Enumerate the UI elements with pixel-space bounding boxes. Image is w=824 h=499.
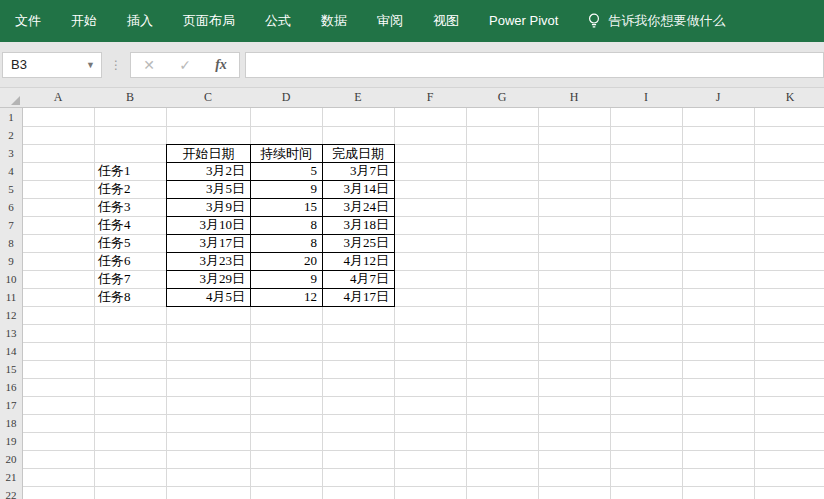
cell-C3[interactable]: 开始日期 <box>166 144 251 163</box>
cell-D6[interactable]: 15 <box>250 198 323 217</box>
ribbon-tab-bar: 文件开始插入页面布局公式数据审阅视图Power Pivot 告诉我你想要做什么 <box>0 0 824 42</box>
formula-bar: B3 ▼ ⋮ ✕ ✓ fx <box>0 42 824 88</box>
cancel-icon[interactable]: ✕ <box>143 57 155 73</box>
cell-E11[interactable]: 4月17日 <box>322 288 395 307</box>
cell-C7[interactable]: 3月10日 <box>166 216 251 235</box>
cell-D5[interactable]: 9 <box>250 180 323 199</box>
column-header-H[interactable]: H <box>538 88 611 108</box>
cell-E9[interactable]: 4月12日 <box>322 252 395 271</box>
row-header-22[interactable]: 22 <box>0 486 23 499</box>
row-header-21[interactable]: 21 <box>0 468 23 487</box>
column-header-C[interactable]: C <box>166 88 251 108</box>
cell-D4[interactable]: 5 <box>250 162 323 181</box>
ribbon-tab-3[interactable]: 页面布局 <box>168 0 250 42</box>
ribbon-tab-4[interactable]: 公式 <box>250 0 306 42</box>
formula-input[interactable] <box>245 52 824 78</box>
row-header-10[interactable]: 10 <box>0 270 23 289</box>
gridline <box>23 414 824 415</box>
insert-function-icon[interactable]: fx <box>215 57 227 73</box>
row-header-11[interactable]: 11 <box>0 288 23 307</box>
cell-D3[interactable]: 持续时间 <box>250 144 323 163</box>
row-header-1[interactable]: 1 <box>0 108 23 127</box>
cell-E7[interactable]: 3月18日 <box>322 216 395 235</box>
cell-E8[interactable]: 3月25日 <box>322 234 395 253</box>
cell-E3[interactable]: 完成日期 <box>322 144 395 163</box>
name-box[interactable]: B3 ▼ <box>2 52 102 78</box>
tell-me-box[interactable]: 告诉我你想要做什么 <box>587 12 725 30</box>
column-header-J[interactable]: J <box>682 88 755 108</box>
column-header-A[interactable]: A <box>22 88 95 108</box>
row-header-9[interactable]: 9 <box>0 252 23 271</box>
formula-buttons: ✕ ✓ fx <box>130 52 240 78</box>
cell-E6[interactable]: 3月24日 <box>322 198 395 217</box>
cell-C9[interactable]: 3月23日 <box>166 252 251 271</box>
row-header-15[interactable]: 15 <box>0 360 23 379</box>
row-header-16[interactable]: 16 <box>0 378 23 397</box>
row-header-8[interactable]: 8 <box>0 234 23 253</box>
cell-B11[interactable]: 任务8 <box>94 288 166 306</box>
row-header-7[interactable]: 7 <box>0 216 23 235</box>
gridline <box>23 306 824 307</box>
ribbon-tab-8[interactable]: Power Pivot <box>474 0 573 42</box>
cell-D10[interactable]: 9 <box>250 270 323 289</box>
gridline <box>466 108 467 499</box>
row-header-12[interactable]: 12 <box>0 306 23 325</box>
ribbon-tab-7[interactable]: 视图 <box>418 0 474 42</box>
column-header-B[interactable]: B <box>94 88 167 108</box>
cell-C4[interactable]: 3月2日 <box>166 162 251 181</box>
row-header-14[interactable]: 14 <box>0 342 23 361</box>
select-all-corner[interactable] <box>0 88 23 108</box>
ribbon-tab-5[interactable]: 数据 <box>306 0 362 42</box>
gridline <box>23 468 824 469</box>
cell-E5[interactable]: 3月14日 <box>322 180 395 199</box>
ribbon-tab-0[interactable]: 文件 <box>0 0 56 42</box>
ribbon-tab-2[interactable]: 插入 <box>112 0 168 42</box>
column-header-G[interactable]: G <box>466 88 539 108</box>
row-header-20[interactable]: 20 <box>0 450 23 469</box>
gridline <box>682 108 683 499</box>
cell-B9[interactable]: 任务6 <box>94 252 166 270</box>
cell-B8[interactable]: 任务5 <box>94 234 166 252</box>
row-header-4[interactable]: 4 <box>0 162 23 181</box>
cell-D7[interactable]: 8 <box>250 216 323 235</box>
column-header-K[interactable]: K <box>754 88 824 108</box>
cell-B4[interactable]: 任务1 <box>94 162 166 180</box>
chevron-down-icon[interactable]: ▼ <box>86 60 95 70</box>
row-header-5[interactable]: 5 <box>0 180 23 199</box>
cell-C6[interactable]: 3月9日 <box>166 198 251 217</box>
ribbon-tab-1[interactable]: 开始 <box>56 0 112 42</box>
cell-B7[interactable]: 任务4 <box>94 216 166 234</box>
cell-D8[interactable]: 8 <box>250 234 323 253</box>
cell-B10[interactable]: 任务7 <box>94 270 166 288</box>
cell-E4[interactable]: 3月7日 <box>322 162 395 181</box>
cell-B6[interactable]: 任务3 <box>94 198 166 216</box>
cell-C5[interactable]: 3月5日 <box>166 180 251 199</box>
row-header-3[interactable]: 3 <box>0 144 23 163</box>
column-header-D[interactable]: D <box>250 88 323 108</box>
ribbon-tab-6[interactable]: 审阅 <box>362 0 418 42</box>
formula-bar-drag-handle-icon[interactable]: ⋮ <box>102 60 130 70</box>
row-header-2[interactable]: 2 <box>0 126 23 145</box>
cell-C10[interactable]: 3月29日 <box>166 270 251 289</box>
select-all-triangle-icon <box>11 96 20 105</box>
cell-B5[interactable]: 任务2 <box>94 180 166 198</box>
cell-C11[interactable]: 4月5日 <box>166 288 251 307</box>
tell-me-label: 告诉我你想要做什么 <box>608 12 725 30</box>
row-header-19[interactable]: 19 <box>0 432 23 451</box>
gridline <box>23 486 824 487</box>
enter-icon[interactable]: ✓ <box>179 57 191 73</box>
cell-D11[interactable]: 12 <box>250 288 323 307</box>
row-header-13[interactable]: 13 <box>0 324 23 343</box>
excel-window: 文件开始插入页面布局公式数据审阅视图Power Pivot 告诉我你想要做什么 … <box>0 0 824 499</box>
gridline <box>23 324 824 325</box>
row-header-6[interactable]: 6 <box>0 198 23 217</box>
row-header-17[interactable]: 17 <box>0 396 23 415</box>
column-header-E[interactable]: E <box>322 88 395 108</box>
cell-E10[interactable]: 4月7日 <box>322 270 395 289</box>
gridline <box>23 396 824 397</box>
row-header-18[interactable]: 18 <box>0 414 23 433</box>
cell-C8[interactable]: 3月17日 <box>166 234 251 253</box>
column-header-I[interactable]: I <box>610 88 683 108</box>
column-header-F[interactable]: F <box>394 88 467 108</box>
cell-D9[interactable]: 20 <box>250 252 323 271</box>
